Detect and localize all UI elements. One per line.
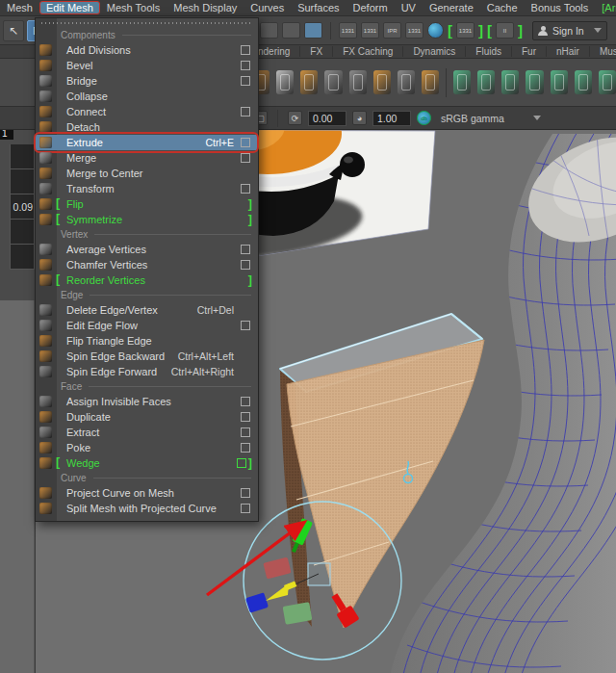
menu-item-duplicate[interactable]: Duplicate xyxy=(36,409,258,425)
menubar-item-uv[interactable]: UV xyxy=(395,1,423,14)
pin-box-shelf-icon[interactable] xyxy=(349,70,367,94)
select-tool-icon[interactable]: ↖ xyxy=(3,20,24,41)
select-bounds-shelf-icon[interactable] xyxy=(398,70,415,94)
menu-item-detach[interactable]: Detach xyxy=(36,119,258,135)
value-cell-4[interactable] xyxy=(10,220,35,245)
menu-item-connect[interactable]: Connect xyxy=(36,104,258,119)
value-cell-2[interactable] xyxy=(10,169,35,194)
green-face-2-shelf-icon[interactable] xyxy=(477,70,495,94)
menu-item-average-vertices[interactable]: Average Vertices xyxy=(36,242,258,257)
muted-red-handle[interactable] xyxy=(263,557,291,580)
option-box[interactable] xyxy=(241,412,250,422)
menu-item-spin-edge-backward[interactable]: Spin Edge BackwardCtrl+Alt+Left xyxy=(36,349,258,364)
menubar-item-curves[interactable]: Curves xyxy=(244,1,291,14)
menubar-item-arnold[interactable]: [Arnold] xyxy=(595,1,616,14)
menubar-item-mesh-display[interactable]: Mesh Display xyxy=(167,1,244,14)
shelf-tab-muscle[interactable]: Muscle xyxy=(590,46,616,57)
shelf-tab-fx-caching[interactable]: FX Caching xyxy=(333,46,403,57)
menu-item-add-divisions[interactable]: Add Divisions xyxy=(36,42,258,58)
value-cell-1[interactable] xyxy=(10,144,35,169)
option-box[interactable] xyxy=(241,397,250,406)
option-box[interactable] xyxy=(241,184,250,194)
shelf-tab-nhair[interactable]: nHair xyxy=(547,46,590,57)
menu-item-transform[interactable]: Transform xyxy=(36,181,258,196)
option-box[interactable] xyxy=(241,45,250,55)
menubar-item-deform[interactable]: Deform xyxy=(346,1,395,14)
menu-item-bridge[interactable]: Bridge xyxy=(36,73,258,89)
menu-item-delete-edge-vertex[interactable]: Delete Edge/VertexCtrl+Del xyxy=(36,302,258,318)
shelf-tab-fluids[interactable]: Fluids xyxy=(466,46,512,57)
menu-item-wedge[interactable]: [Wedge] xyxy=(36,455,258,471)
menu-item-poke[interactable]: Poke xyxy=(36,440,258,455)
attribute-spreadsheet-icon[interactable] xyxy=(304,22,322,39)
value-cell-5[interactable] xyxy=(10,245,35,270)
ipr-render-icon[interactable]: IPR xyxy=(383,22,401,39)
menu-item-collapse[interactable]: Collapse xyxy=(36,89,258,104)
menu-tearoff-handle[interactable] xyxy=(41,20,252,26)
shelf-tab-fur[interactable]: Fur xyxy=(512,46,547,57)
option-box[interactable] xyxy=(241,443,250,453)
divisions-icon[interactable]: ◕ xyxy=(352,111,367,125)
menu-item-project-curve-on-mesh[interactable]: Project Curve on Mesh xyxy=(36,485,258,501)
hypershade-icon[interactable] xyxy=(427,22,444,39)
signin-button[interactable]: Sign In xyxy=(532,21,607,40)
yellow-axis-arrow[interactable] xyxy=(266,582,296,601)
split-diamond-shelf-icon[interactable] xyxy=(373,70,391,94)
colorspace-icon[interactable]: db xyxy=(417,111,431,125)
option-box[interactable] xyxy=(241,504,250,513)
menu-item-reorder-vertices[interactable]: [Reorder Vertices] xyxy=(36,272,258,288)
grid-box-shelf-icon[interactable] xyxy=(324,70,342,94)
menu-item-bevel[interactable]: Bevel xyxy=(36,58,258,73)
gamma-dropdown[interactable]: sRGB gamma xyxy=(437,113,541,124)
render-settings-icon[interactable]: 1331 xyxy=(405,22,424,39)
green-window-shelf-icon[interactable] xyxy=(575,70,592,94)
poly-cube-shelf-icon[interactable] xyxy=(300,70,318,94)
reset-transform-icon[interactable]: ⟳ xyxy=(288,111,302,125)
menu-item-merge[interactable]: Merge xyxy=(36,150,258,166)
menu-item-split-mesh-with-projected-curve[interactable]: Split Mesh with Projected Curve xyxy=(36,501,258,516)
frame-exit-icon[interactable] xyxy=(282,22,300,39)
shelf-tab-fx[interactable]: FX xyxy=(300,46,333,57)
menu-item-assign-invisible-faces[interactable]: Assign Invisible Faces xyxy=(36,394,258,409)
corner-squares-shelf-icon[interactable] xyxy=(422,70,439,94)
menubar-item-cache[interactable]: Cache xyxy=(480,1,525,14)
menu-item-chamfer-vertices[interactable]: Chamfer Vertices xyxy=(36,257,258,272)
option-box[interactable] xyxy=(237,458,246,468)
option-box[interactable] xyxy=(241,321,250,330)
scale-input[interactable]: 1.00 xyxy=(372,111,411,126)
menu-item-edit-edge-flow[interactable]: Edit Edge Flow xyxy=(36,318,258,333)
green-curve-shelf-icon[interactable] xyxy=(551,70,568,94)
menubar-item-mesh[interactable]: Mesh xyxy=(0,1,39,14)
playblast-icon[interactable] xyxy=(260,22,278,39)
menubar-item-bonus-tools[interactable]: Bonus Tools xyxy=(525,1,596,14)
shelf-tab-dynamics[interactable]: Dynamics xyxy=(403,46,466,57)
render-view-icon[interactable]: 1331 xyxy=(339,22,357,39)
option-box[interactable] xyxy=(241,153,250,163)
menu-item-symmetrize[interactable]: [Symmetrize] xyxy=(36,212,258,227)
value-cell-3[interactable]: 0.09 xyxy=(10,194,35,220)
poly-diamonds-shelf-icon[interactable] xyxy=(276,70,294,94)
option-box[interactable] xyxy=(241,61,250,70)
option-box[interactable] xyxy=(241,488,250,498)
menu-item-extrude[interactable]: ExtrudeCtrl+E xyxy=(36,135,258,150)
menubar-item-generate[interactable]: Generate xyxy=(423,1,480,14)
render-sequence-icon[interactable]: 1331 xyxy=(456,22,475,39)
pause-viewport-icon[interactable]: II xyxy=(496,22,514,39)
option-box[interactable] xyxy=(241,427,250,437)
green-diamond-shelf-icon[interactable] xyxy=(526,70,543,94)
option-box[interactable] xyxy=(241,107,250,116)
offset-input[interactable]: 0.00 xyxy=(308,111,346,126)
green-cross-shelf-icon[interactable] xyxy=(599,70,616,94)
option-box[interactable] xyxy=(241,138,250,147)
menu-item-spin-edge-forward[interactable]: Spin Edge ForwardCtrl+Alt+Right xyxy=(36,364,258,379)
option-box[interactable] xyxy=(241,76,250,86)
menu-item-extract[interactable]: Extract xyxy=(36,425,258,440)
menubar-item-surfaces[interactable]: Surfaces xyxy=(291,1,346,14)
option-box[interactable] xyxy=(241,245,250,254)
menu-item-flip-triangle-edge[interactable]: Flip Triangle Edge xyxy=(36,333,258,349)
menu-item-merge-to-center[interactable]: Merge to Center xyxy=(36,166,258,181)
menubar-item-mesh-tools[interactable]: Mesh Tools xyxy=(100,1,167,14)
menubar-item-edit-mesh[interactable]: Edit Mesh xyxy=(39,1,100,14)
menu-item-flip[interactable]: [Flip] xyxy=(36,196,258,212)
green-face-3-shelf-icon[interactable] xyxy=(501,70,519,94)
